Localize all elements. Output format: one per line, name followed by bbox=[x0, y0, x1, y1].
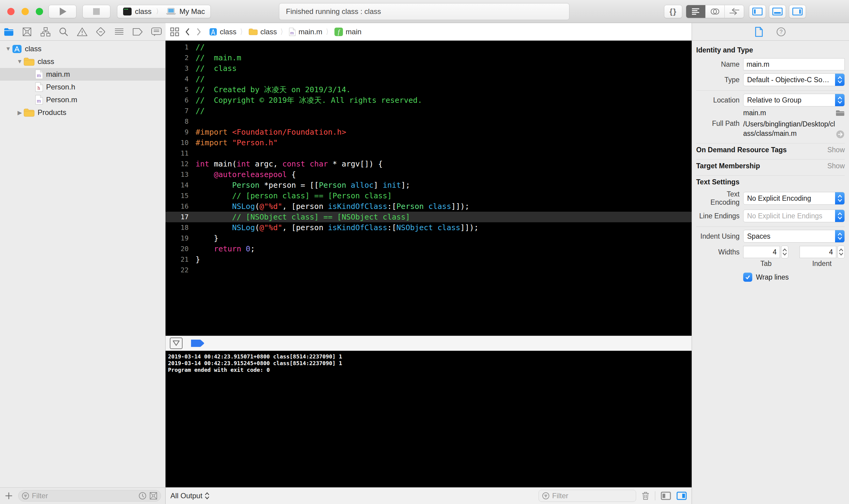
code-line[interactable]: 15 // [person class] == [Person class] bbox=[166, 191, 692, 201]
toggle-navigator-button[interactable] bbox=[749, 5, 766, 18]
file-row[interactable]: ▼class bbox=[0, 55, 165, 68]
source-control-navigator-tab[interactable] bbox=[22, 27, 32, 37]
line-number[interactable]: 17 bbox=[166, 212, 188, 222]
breadcrumb-item[interactable]: fmain bbox=[335, 28, 361, 36]
breakpoint-activation-button[interactable] bbox=[191, 339, 205, 347]
line-number[interactable]: 8 bbox=[166, 116, 188, 127]
breadcrumb-item[interactable]: class bbox=[209, 28, 236, 36]
report-navigator-tab[interactable] bbox=[151, 27, 162, 37]
wrap-lines-checkbox[interactable] bbox=[743, 273, 752, 282]
disclosure-triangle-icon[interactable]: ▼ bbox=[16, 58, 24, 65]
toggle-inspectors-button[interactable] bbox=[789, 5, 806, 18]
recent-files-filter-icon[interactable] bbox=[138, 491, 147, 500]
breadcrumb-item[interactable]: mmain.m bbox=[289, 28, 322, 36]
line-number[interactable]: 5 bbox=[166, 84, 188, 95]
name-field[interactable]: main.m bbox=[743, 58, 845, 70]
type-dropdown[interactable]: Default - Objective-C Sou… bbox=[743, 73, 845, 86]
file-row[interactable]: mmain.m bbox=[0, 68, 165, 81]
location-dropdown[interactable]: Relative to Group bbox=[743, 94, 845, 106]
code-line[interactable]: 9#import <Foundation/Foundation.h> bbox=[166, 127, 692, 137]
scheme-selector[interactable]: class 〉 My Mac bbox=[117, 5, 211, 18]
code-line[interactable]: 8 bbox=[166, 116, 692, 127]
breakpoint-navigator-tab[interactable] bbox=[132, 27, 143, 36]
file-row[interactable]: ▼class bbox=[0, 42, 165, 55]
code-line[interactable]: 20 return 0; bbox=[166, 244, 692, 254]
tab-width-field[interactable]: 4 bbox=[743, 246, 780, 258]
line-number[interactable]: 14 bbox=[166, 180, 188, 191]
line-number[interactable]: 22 bbox=[166, 265, 188, 275]
code-line[interactable]: 11 bbox=[166, 148, 692, 159]
line-number[interactable]: 12 bbox=[166, 159, 188, 169]
open-in-finder-button[interactable] bbox=[836, 130, 845, 139]
line-number[interactable]: 3 bbox=[166, 63, 188, 74]
code-line[interactable]: 1// bbox=[166, 42, 692, 52]
close-window-button[interactable] bbox=[7, 8, 15, 15]
file-row[interactable]: hPerson.h bbox=[0, 81, 165, 93]
code-line[interactable]: 2// main.m bbox=[166, 52, 692, 63]
file-row[interactable]: mPerson.m bbox=[0, 93, 165, 106]
braces-button[interactable]: {} bbox=[664, 5, 682, 18]
code-line[interactable]: 22 bbox=[166, 265, 692, 275]
project-navigator-tab[interactable] bbox=[4, 27, 14, 36]
line-number[interactable]: 20 bbox=[166, 244, 188, 254]
line-number[interactable]: 16 bbox=[166, 201, 188, 212]
code-line[interactable]: 17 // [NSObject class] == [NSObject clas… bbox=[166, 212, 692, 222]
code-line[interactable]: 6// Copyright © 2019年 冰凌天. All rights re… bbox=[166, 95, 692, 106]
minimize-window-button[interactable] bbox=[21, 8, 29, 15]
code-line[interactable]: 4// bbox=[166, 74, 692, 84]
code-line[interactable]: 14 Person *person = [[Person alloc] init… bbox=[166, 180, 692, 191]
indent-width-field[interactable]: 4 bbox=[799, 246, 836, 258]
run-button[interactable] bbox=[49, 5, 76, 18]
clear-console-button[interactable] bbox=[642, 491, 649, 500]
code-line[interactable]: 13 @autoreleasepool { bbox=[166, 169, 692, 180]
source-editor[interactable]: 1//2// main.m3// class4//5// Created by … bbox=[166, 41, 692, 336]
line-number[interactable]: 11 bbox=[166, 148, 188, 159]
debug-navigator-tab[interactable] bbox=[114, 27, 124, 36]
odr-show-button[interactable]: Show bbox=[827, 146, 845, 154]
add-button[interactable] bbox=[4, 491, 13, 500]
line-endings-dropdown[interactable]: No Explicit Line Endings bbox=[743, 210, 845, 222]
breadcrumb-item[interactable]: class bbox=[249, 28, 277, 36]
indent-width-stepper[interactable] bbox=[837, 246, 845, 258]
navigator-filter-field[interactable]: Filter bbox=[18, 490, 161, 502]
quick-help-tab[interactable]: ? bbox=[776, 27, 786, 37]
code-line[interactable]: 10#import "Person.h" bbox=[166, 137, 692, 148]
code-line[interactable]: 21} bbox=[166, 254, 692, 265]
stop-button[interactable] bbox=[83, 5, 110, 18]
line-number[interactable]: 1 bbox=[166, 42, 188, 52]
line-number[interactable]: 4 bbox=[166, 74, 188, 84]
code-line[interactable]: 16 NSLog(@"%d", [person isKindOfClass:[P… bbox=[166, 201, 692, 212]
test-navigator-tab[interactable] bbox=[95, 27, 106, 37]
standard-editor-button[interactable] bbox=[686, 5, 706, 18]
tab-width-stepper[interactable] bbox=[781, 246, 788, 258]
assistant-editor-button[interactable] bbox=[706, 5, 725, 18]
file-row[interactable]: ▶Products bbox=[0, 106, 165, 119]
symbol-navigator-tab[interactable] bbox=[40, 27, 51, 37]
line-number[interactable]: 18 bbox=[166, 222, 188, 233]
choose-location-button[interactable] bbox=[836, 110, 845, 116]
code-line[interactable]: 3// class bbox=[166, 63, 692, 74]
line-number[interactable]: 13 bbox=[166, 169, 188, 180]
issue-navigator-tab[interactable] bbox=[77, 27, 88, 37]
version-editor-button[interactable] bbox=[725, 5, 744, 18]
disclosure-triangle-icon[interactable]: ▼ bbox=[4, 46, 12, 52]
text-encoding-dropdown[interactable]: No Explicit Encoding bbox=[743, 192, 845, 205]
console-scope-dropdown[interactable]: All Output bbox=[170, 491, 210, 500]
disclosure-triangle-icon[interactable]: ▶ bbox=[16, 109, 24, 116]
line-number[interactable]: 9 bbox=[166, 127, 188, 137]
code-line[interactable]: 7// bbox=[166, 106, 692, 116]
toggle-variables-view-button[interactable] bbox=[661, 491, 671, 500]
line-number[interactable]: 2 bbox=[166, 52, 188, 63]
hide-debug-area-button[interactable] bbox=[170, 338, 183, 349]
line-number[interactable]: 10 bbox=[166, 137, 188, 148]
target-show-button[interactable]: Show bbox=[827, 162, 845, 170]
go-forward-button[interactable] bbox=[197, 28, 201, 36]
debug-console[interactable]: 2019-03-14 00:42:23.915071+0800 class[85… bbox=[166, 351, 692, 487]
line-number[interactable]: 19 bbox=[166, 233, 188, 244]
go-back-button[interactable] bbox=[185, 28, 190, 36]
console-filter-field[interactable]: Filter bbox=[539, 490, 636, 502]
related-items-icon[interactable] bbox=[170, 27, 180, 37]
code-line[interactable]: 5// Created by 冰凌天 on 2019/3/14. bbox=[166, 84, 692, 95]
find-navigator-tab[interactable] bbox=[58, 27, 69, 37]
toggle-debug-area-button[interactable] bbox=[769, 5, 786, 18]
